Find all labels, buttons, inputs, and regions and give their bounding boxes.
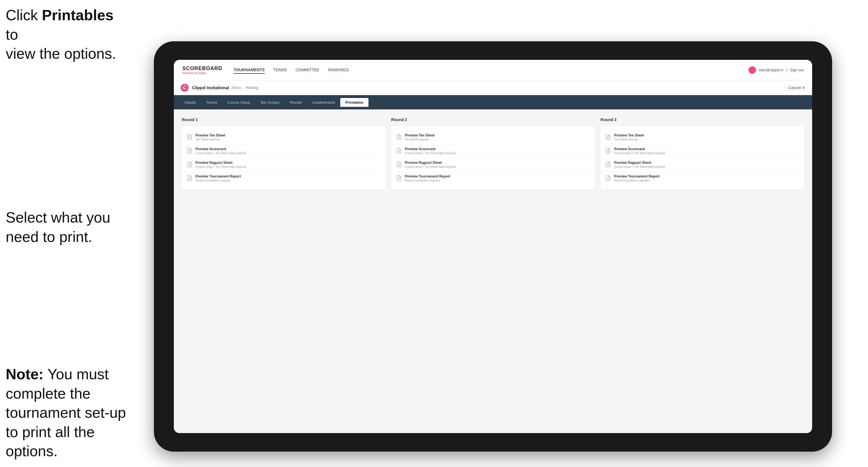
cancel-button[interactable]: Cancel ✕ xyxy=(788,86,805,90)
round-column-1: Round 1Preview Tee SheetTee Sheet requir… xyxy=(182,117,385,189)
print-item-r1-i1[interactable]: Preview Tee SheetTee Sheet required xyxy=(186,130,381,144)
print-item-subtitle-r2-i3: Course setup + Tee Sheet data required xyxy=(405,165,455,168)
instruction-bottom: Note: You must complete the tournament s… xyxy=(6,365,131,461)
document-icon xyxy=(186,134,193,140)
print-item-text-r2-i2: Preview ScorecardCourse setup + Tee Shee… xyxy=(405,147,455,155)
print-item-text-r1-i4: Preview Tournament ReportRound Completio… xyxy=(195,175,241,182)
print-item-r2-i1[interactable]: Preview Tee SheetTee Sheet required xyxy=(396,130,590,144)
document-icon xyxy=(605,134,611,140)
print-item-text-r2-i1: Preview Tee SheetTee Sheet required xyxy=(405,133,435,141)
round-label-3: Round 3 xyxy=(600,117,804,122)
document-icon xyxy=(605,175,611,181)
print-item-text-r1-i1: Preview Tee SheetTee Sheet required xyxy=(195,133,225,141)
print-item-r3-i2[interactable]: Preview ScorecardCourse setup + Tee Shee… xyxy=(605,144,800,158)
instruction-bottom-text: Note: You must complete the tournament s… xyxy=(6,366,126,459)
print-item-subtitle-r3-i4: Round Completion required xyxy=(614,179,659,182)
instruction-middle-text: Select what you need to print. xyxy=(6,209,110,245)
separator: | xyxy=(786,68,787,72)
tournament-name: Clippd Invitational xyxy=(192,85,229,90)
tournament-logo: C xyxy=(181,84,189,92)
printables-bold: Printables xyxy=(42,7,114,23)
print-item-subtitle-r3-i1: Tee Sheet required xyxy=(614,138,644,141)
print-item-title-r1-i4: Preview Tournament Report xyxy=(195,175,241,178)
user-email: blair@clippd.io xyxy=(759,68,783,72)
tab-bar: Details Teams Course Setup Tee Groups Re… xyxy=(174,95,812,110)
print-item-title-r1-i3: Preview Raguzzi Sheet xyxy=(195,161,246,165)
print-item-subtitle-r3-i3: Course setup + Tee Sheet data required xyxy=(614,165,664,168)
print-item-title-r1-i2: Preview Scorecard xyxy=(195,147,246,151)
print-item-r2-i2[interactable]: Preview ScorecardCourse setup + Tee Shee… xyxy=(396,144,590,158)
logo-sub: Powered by clippd xyxy=(182,71,222,75)
rounds-grid: Round 1Preview Tee SheetTee Sheet requir… xyxy=(182,117,804,189)
round-column-3: Round 3Preview Tee SheetTee Sheet requir… xyxy=(600,117,804,189)
document-icon xyxy=(186,161,193,167)
round-card-2: Preview Tee SheetTee Sheet requiredPrevi… xyxy=(391,126,595,189)
document-icon xyxy=(396,148,402,154)
print-item-text-r3-i1: Preview Tee SheetTee Sheet required xyxy=(614,133,644,141)
document-icon xyxy=(605,161,611,167)
print-item-title-r3-i2: Preview Scorecard xyxy=(614,147,664,151)
print-item-title-r3-i1: Preview Tee Sheet xyxy=(614,133,644,137)
document-icon xyxy=(396,134,402,140)
document-icon xyxy=(396,161,402,167)
tab-tee-groups[interactable]: Tee Groups xyxy=(255,98,285,107)
print-item-text-r1-i3: Preview Raguzzi SheetCourse setup + Tee … xyxy=(195,161,246,168)
round-column-2: Round 2Preview Tee SheetTee Sheet requir… xyxy=(391,117,595,189)
print-item-text-r2-i4: Preview Tournament ReportRound Completio… xyxy=(405,175,450,182)
tournament-type: (Men) xyxy=(231,86,241,90)
print-item-r3-i1[interactable]: Preview Tee SheetTee Sheet required xyxy=(605,130,800,144)
document-icon xyxy=(605,148,611,154)
tab-results[interactable]: Results xyxy=(285,98,307,107)
print-item-text-r1-i2: Preview ScorecardCourse setup + Tee Shee… xyxy=(195,147,246,155)
print-item-subtitle-r3-i2: Course setup + Tee Sheet data required xyxy=(614,152,664,155)
tab-course-setup[interactable]: Course Setup xyxy=(222,98,255,107)
tab-details[interactable]: Details xyxy=(180,98,201,107)
print-item-subtitle-r1-i1: Tee Sheet required xyxy=(195,138,225,141)
print-item-subtitle-r1-i2: Course setup + Tee Sheet data required xyxy=(195,152,246,155)
print-item-r1-i3[interactable]: Preview Raguzzi SheetCourse setup + Tee … xyxy=(186,158,381,172)
document-icon xyxy=(186,148,193,154)
print-item-text-r3-i2: Preview ScorecardCourse setup + Tee Shee… xyxy=(614,147,664,155)
round-card-3: Preview Tee SheetTee Sheet requiredPrevi… xyxy=(600,126,804,189)
print-item-r3-i3[interactable]: Preview Raguzzi SheetCourse setup + Tee … xyxy=(605,158,800,172)
print-item-r1-i2[interactable]: Preview ScorecardCourse setup + Tee Shee… xyxy=(186,144,381,158)
tab-teams[interactable]: Teams xyxy=(201,98,222,107)
nav-link-teams[interactable]: TEAMS xyxy=(273,66,287,74)
tab-leaderboards[interactable]: Leaderboards xyxy=(307,98,340,107)
tablet-screen: SCOREBOARD Powered by clippd TOURNAMENTS… xyxy=(174,60,812,433)
tournament-status: Hosting xyxy=(246,86,258,90)
print-item-title-r2-i4: Preview Tournament Report xyxy=(405,175,450,178)
print-item-subtitle-r2-i1: Tee Sheet required xyxy=(405,138,435,141)
print-item-title-r2-i1: Preview Tee Sheet xyxy=(405,133,435,137)
print-item-title-r3-i3: Preview Raguzzi Sheet xyxy=(614,161,664,165)
top-nav-user: blair@clippd.io | Sign out xyxy=(749,66,804,74)
print-item-subtitle-r1-i4: Round Completion required xyxy=(195,179,241,182)
print-item-title-r2-i3: Preview Raguzzi Sheet xyxy=(405,161,455,165)
nav-link-committee[interactable]: COMMITTEE xyxy=(296,66,319,74)
print-item-subtitle-r1-i3: Course setup + Tee Sheet data required xyxy=(195,165,246,168)
document-icon xyxy=(186,175,193,181)
print-item-text-r2-i3: Preview Raguzzi SheetCourse setup + Tee … xyxy=(405,161,455,168)
sign-out-link[interactable]: Sign out xyxy=(790,68,804,72)
instruction-top: Click Printables toview the options. xyxy=(6,6,125,64)
top-nav-links: TOURNAMENTS TEAMS COMMITTEE RANKINGS xyxy=(234,66,749,74)
nav-link-tournaments[interactable]: TOURNAMENTS xyxy=(234,66,265,74)
print-item-text-r3-i3: Preview Raguzzi SheetCourse setup + Tee … xyxy=(614,161,664,168)
tablet-device: SCOREBOARD Powered by clippd TOURNAMENTS… xyxy=(154,41,832,452)
instruction-top-text: Click Printables toview the options. xyxy=(6,7,116,62)
print-item-r3-i4[interactable]: Preview Tournament ReportRound Completio… xyxy=(605,172,800,185)
nav-link-rankings[interactable]: RANKINGS xyxy=(328,66,349,74)
print-item-title-r1-i1: Preview Tee Sheet xyxy=(195,133,225,137)
print-item-subtitle-r2-i4: Round Completion required xyxy=(405,179,450,182)
document-icon xyxy=(396,175,402,181)
tab-printables[interactable]: Printables xyxy=(340,98,368,107)
main-content: Round 1Preview Tee SheetTee Sheet requir… xyxy=(174,110,812,433)
print-item-r1-i4[interactable]: Preview Tournament ReportRound Completio… xyxy=(186,172,381,185)
instruction-middle: Select what you need to print. xyxy=(6,208,131,246)
round-label-2: Round 2 xyxy=(391,117,595,122)
print-item-r2-i3[interactable]: Preview Raguzzi SheetCourse setup + Tee … xyxy=(396,158,590,172)
tournament-bar: C Clippd Invitational (Men) Hosting Canc… xyxy=(174,80,812,95)
print-item-r2-i4[interactable]: Preview Tournament ReportRound Completio… xyxy=(396,172,590,185)
round-card-1: Preview Tee SheetTee Sheet requiredPrevi… xyxy=(182,126,385,189)
scoreboard-logo: SCOREBOARD Powered by clippd xyxy=(182,65,222,75)
